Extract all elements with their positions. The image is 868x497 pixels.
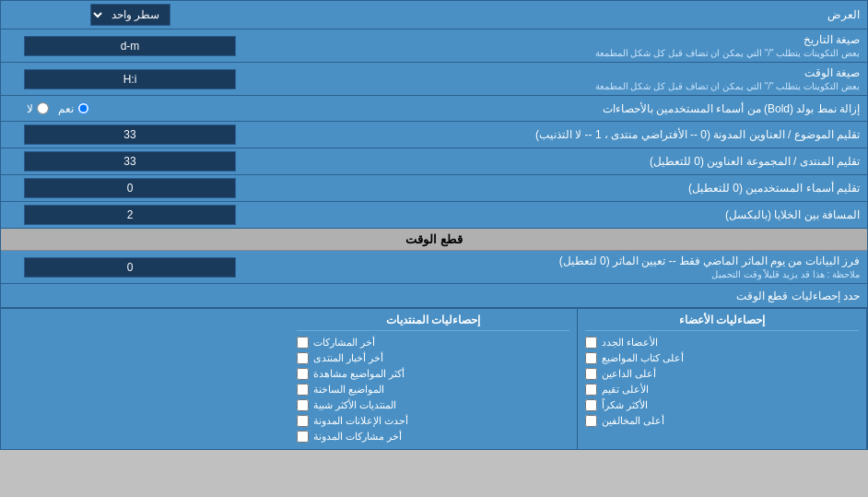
topic-title-label: تقليم الموضوع / العناوين المدونة (0 -- ا…	[259, 124, 867, 145]
cell-spacing-label: المسافة بين الخلايا (بالبكسل)	[259, 205, 867, 225]
bold-yes-label[interactable]: نعم	[58, 102, 89, 115]
check-most-viewed: أكثر المواضيع مشاهدة	[297, 366, 570, 382]
forum-title-input[interactable]	[24, 151, 236, 172]
date-format-row: صيغة التاريخ بعض التكوينات يتطلب "/" الت…	[1, 30, 867, 63]
checkbox-columns: إحصاءليات الأعضاء الأعضاء الجدد أعلى كتا…	[1, 308, 867, 449]
check-last-posts: أخر المشاركات	[297, 335, 570, 350]
check-similar-forums-input[interactable]	[297, 399, 309, 411]
username-row: تقليم أسماء المستخدمين (0 للتعطيل)	[1, 175, 867, 202]
check-blog-posts: أخر مشاركات المدونة	[297, 429, 570, 444]
time-format-label: صيغة الوقت بعض التكوينات يتطلب "/" التي …	[259, 63, 867, 95]
bottom-section-title: حدد إحصاءليات قطع الوقت	[8, 290, 860, 302]
bold-yes-radio[interactable]	[77, 102, 89, 114]
forum-title-label: تقليم المنتدى / المجموعة العناوين (0 للت…	[259, 151, 867, 172]
col-right-spacer	[1, 309, 289, 449]
date-format-input[interactable]	[24, 36, 236, 56]
cell-spacing-input-area	[1, 202, 259, 228]
username-input-area	[1, 175, 259, 201]
check-top-violators: أعلى المخالفين	[585, 413, 859, 429]
cutoff-input-area	[1, 254, 259, 280]
check-top-writers-input[interactable]	[585, 352, 597, 364]
check-forum-news: أخر أخبار المنتدى	[297, 350, 570, 366]
time-format-input-area	[1, 66, 259, 92]
settings-container: العرض سطر واحدسطرانثلاثة أسطر صيغة التار…	[0, 0, 868, 450]
bold-no-radio[interactable]	[37, 102, 49, 114]
check-most-thanked-input[interactable]	[585, 399, 597, 411]
forum-title-row: تقليم المنتدى / المجموعة العناوين (0 للت…	[1, 148, 867, 175]
check-top-inviters-input[interactable]	[585, 368, 597, 380]
check-top-violators-input[interactable]	[585, 415, 597, 427]
check-latest-announcements-input[interactable]	[297, 415, 309, 427]
display-select-area: سطر واحدسطرانثلاثة أسطر	[1, 1, 259, 29]
topic-title-row: تقليم الموضوع / العناوين المدونة (0 -- ا…	[1, 122, 867, 148]
check-hot-topics: المواضيع الساخنة	[297, 382, 570, 397]
bold-row: إزالة نمط بولد (Bold) من أسماء المستخدمي…	[1, 96, 867, 122]
check-similar-forums: المنتديات الأكثر شبية	[297, 397, 570, 413]
check-top-inviters: أعلى الداعين	[585, 366, 859, 382]
check-top-rated-input[interactable]	[585, 384, 597, 396]
bold-no-label[interactable]: لا	[27, 102, 49, 115]
check-last-posts-input[interactable]	[297, 337, 309, 349]
check-blog-posts-input[interactable]	[297, 431, 309, 443]
check-latest-announcements: أحدث الإعلانات المدونة	[297, 413, 570, 429]
time-format-input[interactable]	[24, 69, 236, 89]
col-forums: إحصاءليات المنتديات أخر المشاركات أخر أخ…	[289, 309, 579, 449]
display-row: العرض سطر واحدسطرانثلاثة أسطر	[1, 1, 867, 30]
date-format-input-area	[1, 33, 259, 59]
cutoff-section-header: قطع الوقت	[1, 229, 867, 251]
bold-label: إزالة نمط بولد (Bold) من أسماء المستخدمي…	[89, 102, 860, 115]
cutoff-row: فرز البيانات من يوم الماثر الماضي فقط --…	[1, 251, 867, 284]
check-most-viewed-input[interactable]	[297, 368, 309, 380]
check-hot-topics-input[interactable]	[297, 384, 309, 396]
check-most-thanked: الأكثر شكراً	[585, 397, 859, 413]
topic-title-input[interactable]	[24, 124, 236, 145]
col-members: إحصاءليات الأعضاء الأعضاء الجدد أعلى كتا…	[578, 309, 867, 449]
cell-spacing-input[interactable]	[24, 205, 236, 225]
cutoff-label: فرز البيانات من يوم الماثر الماضي فقط --…	[259, 251, 867, 283]
bold-options: نعم لا	[8, 102, 89, 115]
username-label: تقليم أسماء المستخدمين (0 للتعطيل)	[259, 178, 867, 198]
cutoff-input[interactable]	[24, 257, 236, 278]
forum-title-input-area	[1, 148, 259, 174]
check-top-rated: الأعلى تقيم	[585, 382, 859, 397]
display-label: العرض	[259, 5, 867, 25]
bottom-title-row: حدد إحصاءليات قطع الوقت	[1, 284, 867, 308]
username-input[interactable]	[24, 178, 236, 198]
date-format-label: صيغة التاريخ بعض التكوينات يتطلب "/" الت…	[259, 30, 867, 62]
check-new-members: الأعضاء الجدد	[585, 335, 859, 350]
col-members-title: إحصاءليات الأعضاء	[585, 314, 859, 331]
check-top-writers: أعلى كتاب المواضيع	[585, 350, 859, 366]
time-format-row: صيغة الوقت بعض التكوينات يتطلب "/" التي …	[1, 63, 867, 96]
cell-spacing-row: المسافة بين الخلايا (بالبكسل)	[1, 202, 867, 229]
col-forums-title: إحصاءليات المنتديات	[297, 314, 570, 331]
display-select[interactable]: سطر واحدسطرانثلاثة أسطر	[90, 4, 170, 26]
check-forum-news-input[interactable]	[297, 352, 309, 364]
check-new-members-input[interactable]	[585, 337, 597, 349]
topic-title-input-area	[1, 122, 259, 148]
